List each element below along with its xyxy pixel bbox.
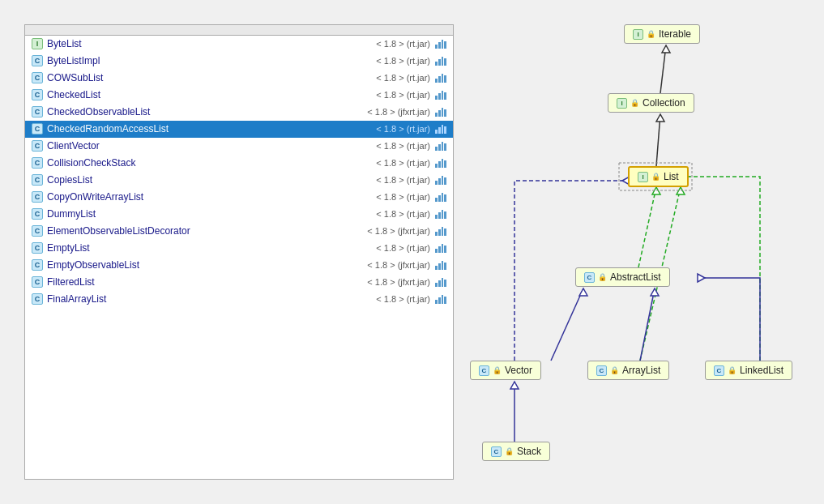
svg-marker-7	[677, 187, 685, 194]
bar-chart-icon	[435, 56, 446, 66]
class-icon: C	[491, 446, 502, 457]
item-name: FilteredList	[47, 276, 367, 288]
item-name: DummyList	[47, 208, 376, 220]
svg-marker-3	[656, 114, 664, 122]
bar-chart-icon	[435, 260, 446, 270]
svg-line-12	[551, 288, 583, 361]
uml-node-iterable[interactable]: I🔒Iterable	[624, 24, 700, 44]
lock-icon: 🔒	[728, 366, 736, 374]
item-name: CopyOnWriteArrayList	[47, 191, 376, 203]
bar-chart-icon	[435, 107, 446, 117]
interface-icon: I	[638, 172, 648, 182]
list-item[interactable]: CClientVector< 1.8 > (rt.jar)	[25, 138, 453, 155]
node-label: Iterable	[659, 28, 691, 40]
class-icon: C	[32, 55, 43, 66]
interface-icon: I	[32, 38, 43, 49]
list-item[interactable]: CCopyOnWriteArrayList< 1.8 > (rt.jar)	[25, 189, 453, 206]
item-version: < 1.8 > (jfxrt.jar)	[367, 260, 430, 270]
bar-chart-icon	[435, 141, 446, 151]
node-label: Vector	[505, 365, 532, 376]
list-item[interactable]: CCollisionCheckStack< 1.8 > (rt.jar)	[25, 155, 453, 172]
class-icon: C	[32, 72, 43, 83]
list-item[interactable]: CElementObservableListDecorator< 1.8 > (…	[25, 223, 453, 240]
bar-chart-icon	[435, 90, 446, 100]
uml-node-vector[interactable]: C🔒Vector	[470, 361, 541, 380]
list-item[interactable]: CFinalArrayList< 1.8 > (rt.jar)	[25, 291, 453, 308]
list-item[interactable]: CFilteredList< 1.8 > (jfxrt.jar)	[25, 274, 453, 291]
lock-icon: 🔒	[610, 366, 619, 374]
class-icon: C	[32, 293, 43, 305]
item-name: ClientVector	[47, 140, 376, 152]
class-icon: C	[32, 242, 43, 254]
class-icon: C	[479, 365, 489, 376]
node-label: Stack	[517, 446, 541, 457]
list-item[interactable]: CDummyList< 1.8 > (rt.jar)	[25, 206, 453, 223]
class-icon: C	[714, 365, 724, 376]
uml-node-collection[interactable]: I🔒Collection	[608, 93, 694, 113]
bar-chart-icon	[435, 192, 446, 202]
svg-line-2	[656, 114, 660, 166]
svg-line-0	[660, 45, 666, 93]
lock-icon: 🔒	[493, 366, 502, 374]
class-icon: C	[32, 89, 43, 100]
list-item[interactable]: CByteListImpl< 1.8 > (rt.jar)	[25, 53, 453, 70]
item-version: < 1.8 > (jfxrt.jar)	[367, 277, 430, 287]
node-label: AbstractList	[610, 271, 661, 283]
uml-node-stack[interactable]: C🔒Stack	[482, 442, 550, 461]
item-name: FinalArrayList	[47, 293, 376, 305]
item-version: < 1.8 > (rt.jar)	[376, 90, 430, 100]
node-label: List	[664, 171, 679, 182]
item-name: CopiesList	[47, 174, 376, 186]
uml-node-arraylist[interactable]: C🔒ArrayList	[587, 361, 669, 380]
class-icon: C	[32, 225, 43, 237]
list-item[interactable]: CCopiesList< 1.8 > (rt.jar)	[25, 172, 453, 189]
lock-icon: 🔒	[505, 447, 514, 455]
class-icon: C	[584, 272, 595, 283]
diagram-arrows	[454, 0, 824, 504]
list-item[interactable]: CCheckedObservableList< 1.8 > (jfxrt.jar…	[25, 104, 453, 121]
item-version: < 1.8 > (rt.jar)	[376, 39, 430, 49]
list-item[interactable]: CCheckedRandomAccessList< 1.8 > (rt.jar)	[25, 121, 453, 138]
bar-chart-icon	[435, 124, 446, 134]
item-name: EmptyList	[47, 242, 376, 254]
svg-marker-13	[579, 288, 587, 296]
class-icon: C	[32, 157, 43, 169]
item-name: COWSubList	[47, 72, 376, 83]
list-item[interactable]: CCOWSubList< 1.8 > (rt.jar)	[25, 70, 453, 87]
list-item[interactable]: IByteList< 1.8 > (rt.jar)	[25, 36, 453, 53]
uml-node-abstractlist[interactable]: C🔒AbstractList	[575, 267, 670, 287]
item-version: < 1.8 > (rt.jar)	[376, 158, 430, 168]
svg-marker-1	[662, 45, 670, 53]
list-container[interactable]: IByteList< 1.8 > (rt.jar)CByteListImpl< …	[25, 36, 453, 479]
uml-node-list[interactable]: I🔒List	[628, 166, 689, 187]
bar-chart-icon	[435, 175, 446, 185]
item-name: CheckedList	[47, 89, 376, 100]
item-version: < 1.8 > (rt.jar)	[376, 243, 430, 253]
svg-marker-11	[651, 288, 659, 296]
svg-marker-16	[510, 382, 519, 389]
list-item[interactable]: CCheckedList< 1.8 > (rt.jar)	[25, 87, 453, 104]
class-icon: C	[32, 259, 43, 271]
svg-marker-5	[652, 187, 660, 194]
item-version: < 1.8 > (rt.jar)	[376, 124, 430, 134]
svg-line-4	[638, 187, 656, 267]
list-item[interactable]: CEmptyObservableList< 1.8 > (jfxrt.jar)	[25, 257, 453, 274]
svg-marker-14	[698, 274, 705, 282]
item-version: < 1.8 > (rt.jar)	[376, 141, 430, 151]
item-version: < 1.8 > (rt.jar)	[376, 294, 430, 304]
lock-icon: 🔒	[598, 273, 607, 281]
item-name: ByteList	[47, 38, 376, 49]
item-name: CheckedObservableList	[47, 106, 367, 117]
uml-node-linkedlist[interactable]: C🔒LinkedList	[705, 361, 792, 380]
item-name: EmptyObservableList	[47, 259, 367, 271]
panel-title	[25, 25, 453, 36]
svg-line-10	[640, 288, 655, 361]
bar-chart-icon	[435, 226, 446, 236]
list-item[interactable]: CEmptyList< 1.8 > (rt.jar)	[25, 240, 453, 257]
item-version: < 1.8 > (jfxrt.jar)	[367, 107, 430, 117]
item-version: < 1.8 > (rt.jar)	[376, 192, 430, 202]
implementations-panel: IByteList< 1.8 > (rt.jar)CByteListImpl< …	[24, 24, 454, 480]
bar-chart-icon	[435, 73, 446, 83]
class-icon: C	[32, 208, 43, 220]
item-version: < 1.8 > (rt.jar)	[376, 56, 430, 66]
